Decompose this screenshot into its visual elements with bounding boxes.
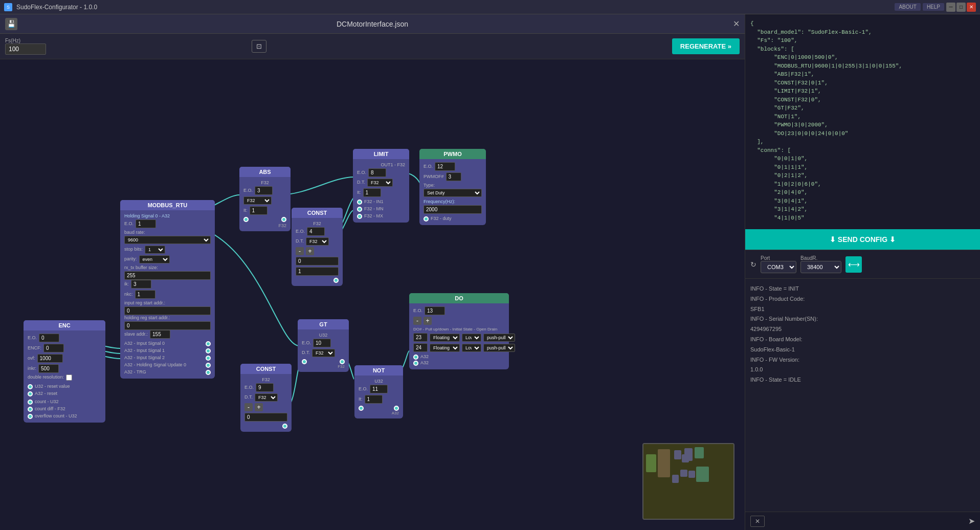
do-minus-btn[interactable]: - <box>413 317 421 325</box>
modbus-input-start-input[interactable] <box>124 306 211 315</box>
baud-select[interactable]: 38400 <box>800 261 841 273</box>
limit-dt-select[interactable]: F32 <box>367 179 393 187</box>
do-header: DO <box>409 293 509 303</box>
gt-dt-select[interactable]: F32 <box>312 349 335 357</box>
abs-dt-select[interactable]: F32 <box>243 196 272 205</box>
modbus-nkc-input[interactable] <box>135 290 155 299</box>
enc-eo-input[interactable] <box>39 334 59 342</box>
bottom-send-button[interactable]: ➤ <box>968 516 975 526</box>
abs-it-input[interactable] <box>250 206 268 215</box>
info-line-8: INFO - FW Version: <box>750 355 975 365</box>
connections-svg <box>0 59 745 530</box>
refresh-button[interactable]: ↻ <box>750 260 756 269</box>
do-body: E.O. - + DO# - Pull up/down - Initial St… <box>409 303 509 369</box>
info-line-9: 1.0.0 <box>750 365 975 375</box>
modbus-body: Holding Signal 0 - A32 E.O. baud rate: 9… <box>120 210 215 379</box>
port-select[interactable]: COM3 <box>761 261 796 273</box>
do-state23-select[interactable]: Low <box>462 334 481 342</box>
mini-block-pwmo <box>695 447 704 458</box>
const1-dt-select[interactable]: F32 <box>306 237 329 246</box>
const1-body: F32 E.O. D.T. F32 - + <box>292 218 343 286</box>
close-button[interactable]: ✕ <box>967 3 976 12</box>
pwmo-freq-input[interactable] <box>424 205 482 214</box>
help-button[interactable]: HELP <box>923 3 944 11</box>
modbus-baud-select[interactable]: 9600 <box>124 236 211 244</box>
const1-val1-input[interactable] <box>296 267 339 276</box>
enc-out-port-1 <box>28 384 33 389</box>
do-drain23-select[interactable]: push-pull <box>483 334 515 342</box>
json-view: { "board_model": "SudoFlex-Basic-1", "Fs… <box>745 14 980 229</box>
connect-button[interactable]: ⟷ <box>845 256 862 273</box>
pwmo-node: PWMO E.O. PWMOF# Type: Set Duty Frequenc… <box>419 149 486 225</box>
do-pull23-select[interactable]: Floating <box>430 334 460 342</box>
enc-encf-input[interactable] <box>43 344 64 352</box>
enc-dres-checkbox[interactable] <box>66 374 72 381</box>
enc-port-countdiff <box>28 407 33 412</box>
mini-map-inner <box>643 444 733 519</box>
do-pin24-input[interactable] <box>413 343 428 352</box>
enc-inkr-input[interactable] <box>38 364 59 373</box>
abs-body: F32 E.O. F32 It: <box>239 177 291 231</box>
pwmo-type-select[interactable]: Set Duty <box>424 189 482 197</box>
app-title: SudoFlex-Configurator - 1.0.0 <box>16 4 97 11</box>
modbus-txbuf-input[interactable] <box>124 271 211 280</box>
const2-plus-btn[interactable]: + <box>255 403 263 411</box>
modbus-port-2 <box>206 356 211 361</box>
const1-plus-btn[interactable]: + <box>306 247 314 255</box>
modbus-stop-select[interactable]: 1 <box>145 246 165 254</box>
modbus-ik-input[interactable] <box>131 280 151 289</box>
limit-in-port-2 <box>357 207 362 212</box>
limit-it-input[interactable] <box>363 188 381 197</box>
const2-body: F32 E.O. D.T. F32 - + <box>240 374 292 432</box>
pwmo-pwmof-input[interactable] <box>446 172 461 181</box>
abs-eo-input[interactable] <box>255 186 273 195</box>
do-pin23-input[interactable] <box>413 333 428 342</box>
info-line-2: INFO - Product Code: <box>750 294 975 304</box>
info-line-7: SudoFlex-Basic-1 <box>750 345 975 355</box>
modbus-eo-input[interactable] <box>136 219 156 228</box>
not-body: U32 E.O. It: A32 <box>354 376 403 418</box>
save-button[interactable]: 💾 <box>5 18 17 30</box>
do-pull24-select[interactable]: Floating <box>430 344 460 352</box>
const1-minus-btn[interactable]: - <box>296 247 304 255</box>
bottom-close-button[interactable]: ✕ <box>750 516 765 527</box>
const2-node: CONST F32 E.O. D.T. F32 - + <box>240 364 292 432</box>
mini-block-gt <box>680 470 687 477</box>
fit-button[interactable]: ⊡ <box>252 40 266 53</box>
not-out-port <box>394 406 399 411</box>
const2-dt-select[interactable]: F32 <box>255 393 278 402</box>
about-button[interactable]: ABOUT <box>895 3 920 11</box>
maximize-button[interactable]: □ <box>956 3 966 12</box>
enc-ovf-input[interactable] <box>37 354 63 363</box>
modbus-slave-input[interactable] <box>150 330 170 339</box>
gt-eo-input[interactable] <box>313 339 331 347</box>
modbus-port-trg <box>206 370 211 375</box>
send-config-button[interactable]: ⬇ SEND CONFIG ⬇ <box>745 229 980 250</box>
not-it-input[interactable] <box>365 395 383 404</box>
fs-label: Fs(Hz) <box>5 38 46 43</box>
const2-eo-input[interactable] <box>256 383 274 392</box>
app-body: 💾 DCMotorInterface.json ✕ Fs(Hz) ⊡ REGEN… <box>0 14 980 530</box>
limit-eo-input[interactable] <box>368 168 386 177</box>
not-eo-input[interactable] <box>370 385 388 393</box>
fs-input[interactable] <box>5 43 46 55</box>
const1-eo-input[interactable] <box>307 227 325 236</box>
const2-val-input[interactable] <box>244 413 287 422</box>
do-plus-btn[interactable]: + <box>424 317 432 325</box>
regenerate-button[interactable]: REGENERATE » <box>672 38 740 54</box>
canvas-close-button[interactable]: ✕ <box>733 19 740 29</box>
flow-canvas[interactable]: ENC E.O. ENCF: ovf: inkr: double resolut… <box>0 59 745 530</box>
const1-val0-input[interactable] <box>296 257 339 266</box>
modbus-parity-select[interactable]: even <box>139 255 170 263</box>
mini-block-do <box>696 467 709 482</box>
do-drain24-select[interactable]: push-pull <box>483 344 515 352</box>
modbus-holding-start-input[interactable] <box>124 321 211 330</box>
modbus-node: MODBUS_RTU Holding Signal 0 - A32 E.O. b… <box>120 200 215 379</box>
pwmo-eo-input[interactable] <box>435 162 455 171</box>
do-eo-input[interactable] <box>425 306 445 315</box>
do-state24-select[interactable]: Low <box>462 344 481 352</box>
const2-minus-btn[interactable]: - <box>244 403 253 411</box>
modbus-port-0 <box>206 341 211 346</box>
minimize-button[interactable]: ─ <box>946 3 955 12</box>
const2-out-port <box>282 424 287 429</box>
